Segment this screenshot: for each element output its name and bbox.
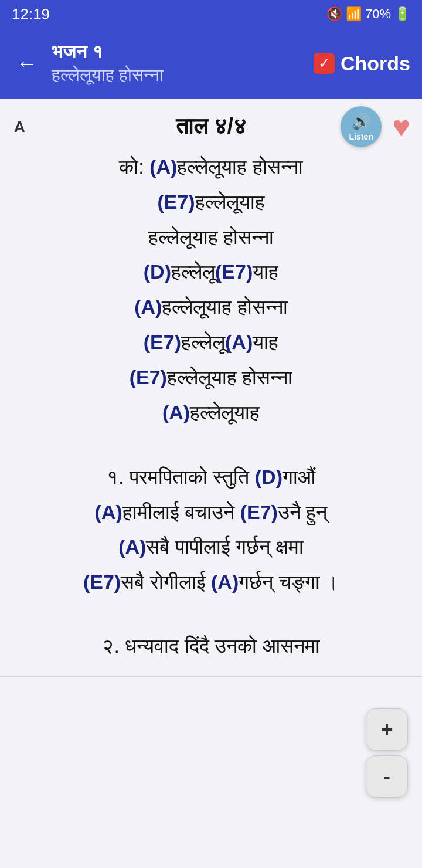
plus-icon: + [380, 717, 393, 742]
status-time: 12:19 [12, 5, 50, 23]
verse-1-line-1: १. परमपिताको स्तुति (D)गाऔं [14, 460, 408, 495]
taal-row: A ताल ४/४ 🔊 Listen ♥ [0, 104, 422, 144]
chorus-line-6: (E7)हल्लेलू(A)याह [18, 326, 404, 360]
wifi-icon: 📶 [346, 6, 362, 22]
chorus-line-7: (E7)हल्लेलूयाह होसन्ना [18, 361, 404, 395]
app-bar-sub-title: हल्लेलूयाह होसन्ना [52, 65, 304, 86]
chorus-line-2: (E7)हल्लेलूयाह [18, 185, 404, 219]
chords-label: Chords [341, 52, 410, 75]
verse-1-line-3: (A)सबै पापीलाई गर्छन् क्षमा [14, 530, 408, 565]
content-area: A ताल ४/४ 🔊 Listen ♥ को: (A)हल्लेलूयाह ह… [0, 99, 422, 868]
app-bar-titles: भजन १ हल्लेलूयाह होसन्ना [52, 41, 304, 86]
chorus-line-4: (D)हल्लेलू(E7)याह [18, 255, 404, 289]
spacer-1 [0, 436, 422, 454]
verse-2-section: २. धन्यवाद दिंदै उनको आसनमा [0, 623, 422, 670]
status-bar: 12:19 🔇 📶 70% 🔋 [0, 0, 422, 28]
font-decrease-button[interactable]: - [366, 755, 408, 798]
chords-checkbox[interactable]: ✓ [314, 53, 335, 74]
chorus-line-8: (A)हल्लेलूयाह [18, 396, 404, 430]
speaker-icon: 🔊 [352, 113, 370, 131]
verse-1-section: १. परमपिताको स्तुति (D)गाऔं (A)हामीलाई ब… [0, 454, 422, 605]
mute-icon: 🔇 [326, 6, 342, 22]
fab-container: + - [366, 708, 408, 798]
chords-checkmark-icon: ✓ [318, 55, 330, 72]
battery-icon: 🔋 [394, 6, 410, 22]
app-bar: ← भजन १ हल्लेलूयाह होसन्ना ✓ Chords [0, 28, 422, 99]
minus-icon: - [383, 764, 390, 789]
font-increase-button[interactable]: + [366, 708, 408, 751]
back-button[interactable]: ← [12, 46, 42, 80]
bottom-divider [0, 676, 422, 677]
chorus-section: को: (A)हल्लेलूयाह होसन्ना (E7)हल्लेलूयाह… [0, 144, 422, 436]
battery-label: 70% [365, 6, 391, 22]
chorus-line-5: (A)हल्लेलूयाह होसन्ना [18, 290, 404, 324]
verse-1-line-2: (A)हामीलाई बचाउने (E7)उनै हुन् [14, 495, 408, 530]
listen-label: Listen [349, 132, 373, 141]
verse-2-line-1: २. धन्यवाद दिंदै उनको आसनमा [14, 629, 408, 664]
verse-1-line-4: (E7)सबै रोगीलाई (A)गर्छन् चङ्गा । [14, 565, 408, 600]
favorite-button[interactable]: ♥ [392, 109, 410, 144]
status-icons: 🔇 📶 70% 🔋 [326, 6, 410, 22]
spacer-2 [0, 605, 422, 623]
chorus-line-1: को: (A)हल्लेलूयाह होसन्ना [18, 150, 404, 184]
font-size-label: A [14, 118, 25, 136]
chords-toggle[interactable]: ✓ Chords [314, 52, 410, 75]
listen-button[interactable]: 🔊 Listen [341, 106, 382, 147]
app-bar-main-title: भजन १ [52, 41, 304, 63]
taal-icons: 🔊 Listen ♥ [341, 106, 410, 147]
chorus-line-3: हल्लेलूयाह होसन्ना [18, 221, 404, 255]
